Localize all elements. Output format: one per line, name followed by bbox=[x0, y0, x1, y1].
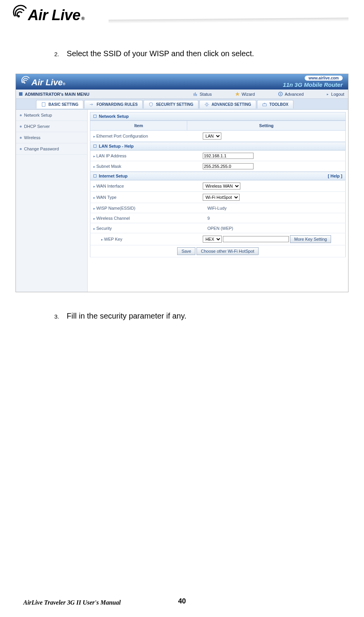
nav-wizard[interactable]: Wizard bbox=[235, 91, 255, 97]
section-icon bbox=[93, 174, 97, 178]
logo-text: Air Live bbox=[28, 7, 80, 24]
row-wanif-label: WAN Interface bbox=[90, 181, 187, 192]
router-tagline: 11n 3G Mobile Router bbox=[283, 81, 343, 88]
wepkey-type-select[interactable]: HEX bbox=[203, 236, 222, 243]
admin-menu-bar: ADMINISTRATOR's MAIN MENU Status Wizard … bbox=[16, 90, 348, 99]
choose-hotspot-button[interactable]: Choose other Wi-Fi HotSpot bbox=[197, 247, 259, 255]
section-network-setup: Network Setup bbox=[90, 112, 346, 121]
status-icon bbox=[193, 91, 198, 97]
tab-basic-setting[interactable]: BASIC SETTING bbox=[36, 100, 83, 109]
instruction-2-text: Select the SSID of your WISP and then cl… bbox=[67, 49, 254, 58]
section-icon bbox=[93, 145, 97, 148]
svg-rect-3 bbox=[195, 92, 196, 96]
bullet-icon bbox=[20, 137, 22, 139]
section-lan-setup: LAN Setup - Help bbox=[90, 142, 346, 150]
eth-port-select[interactable]: LAN bbox=[203, 133, 221, 140]
lan-table: LAN IP Address Subnet Mask bbox=[90, 150, 346, 172]
row-eth-label: Ethernet Port Configuration bbox=[90, 131, 187, 142]
tab-toolbox[interactable]: TOOLBOX bbox=[257, 100, 293, 109]
wifi-arc-icon bbox=[21, 76, 30, 88]
section-internet-setup: Internet Setup [ Help ] bbox=[90, 172, 346, 180]
menu-bullet-icon bbox=[19, 92, 22, 96]
sidebar-item-dhcp[interactable]: DHCP Server bbox=[16, 121, 87, 132]
manual-title: AirLive Traveler 3G II User's Manual bbox=[23, 599, 121, 606]
advanced-icon bbox=[278, 91, 283, 97]
tab-forwarding[interactable]: FORWARDING RULES bbox=[84, 100, 143, 109]
sidebar-item-change-password[interactable]: Change Password bbox=[16, 143, 87, 155]
row-security-value: OPEN (WEP) bbox=[187, 223, 346, 233]
save-button[interactable]: Save bbox=[177, 247, 195, 255]
tab-advanced-setting[interactable]: ADVANCED SETTING bbox=[199, 100, 256, 109]
bullet-icon bbox=[20, 114, 22, 116]
page-header: Air Live ® bbox=[0, 0, 364, 26]
nav-logout[interactable]: ▸ Logout bbox=[327, 92, 344, 97]
chevron-right-icon: ▸ bbox=[327, 92, 329, 96]
tab-security[interactable]: SECURITY SETTING bbox=[143, 100, 198, 109]
instruction-3-text: Fill in the security parameter if any. bbox=[67, 312, 186, 320]
lan-ip-input[interactable] bbox=[203, 153, 254, 159]
admin-menu-title: ADMINISTRATOR's MAIN MENU bbox=[25, 92, 90, 97]
wan-interface-select[interactable]: Wireless WAN bbox=[203, 183, 240, 190]
svg-rect-4 bbox=[196, 94, 197, 96]
bullet-icon bbox=[20, 148, 22, 150]
svg-point-7 bbox=[280, 93, 281, 95]
subnet-input[interactable] bbox=[203, 163, 254, 169]
row-wepkey-label: WEP Key bbox=[90, 233, 187, 245]
router-brand-text: Air Live bbox=[31, 78, 63, 88]
router-ui-screenshot: Air Live ® www.airlive.com 11n 3G Mobile… bbox=[16, 74, 348, 292]
svg-point-0 bbox=[17, 15, 20, 17]
row-channel-value: 9 bbox=[187, 213, 346, 223]
nav-status[interactable]: Status bbox=[193, 91, 212, 97]
help-link[interactable]: [ Help ] bbox=[328, 174, 342, 178]
sidebar: Network Setup DHCP Server Wireless Chang… bbox=[16, 110, 88, 292]
instruction-3: 3. Fill in the security parameter if any… bbox=[0, 312, 364, 321]
sidebar-item-network-setup[interactable]: Network Setup bbox=[16, 110, 87, 121]
network-table: Item Setting Ethernet Port Configuration… bbox=[90, 121, 346, 142]
logo-trademark: ® bbox=[81, 16, 84, 21]
sidebar-item-wireless[interactable]: Wireless bbox=[16, 132, 87, 143]
shield-icon bbox=[148, 102, 154, 107]
row-wisp-label: WISP Name(ESSID) bbox=[90, 203, 187, 213]
toolbox-icon bbox=[262, 102, 267, 107]
more-key-button[interactable]: More Key Setting bbox=[290, 235, 331, 243]
internet-table: WAN Interface Wireless WAN WAN Type Wi-F… bbox=[90, 180, 346, 257]
instruction-3-number: 3. bbox=[54, 313, 59, 320]
forward-icon bbox=[89, 102, 94, 107]
gear-icon bbox=[204, 102, 209, 107]
instruction-2-number: 2. bbox=[54, 51, 59, 57]
doc-icon bbox=[41, 102, 46, 107]
instruction-2: 2. Select the SSID of your WISP and then… bbox=[0, 49, 364, 58]
col-item: Item bbox=[90, 121, 187, 131]
bullet-icon bbox=[20, 126, 22, 128]
router-brand-logo: Air Live ® bbox=[21, 76, 65, 88]
router-url-pill[interactable]: www.airlive.com bbox=[305, 76, 343, 81]
svg-point-9 bbox=[206, 103, 208, 105]
main-panel: Network Setup Item Setting Ethernet Port… bbox=[88, 110, 348, 292]
svg-marker-5 bbox=[235, 92, 240, 96]
section-icon bbox=[93, 115, 97, 118]
row-channel-label: Wireless Channel bbox=[90, 213, 187, 223]
wepkey-input[interactable] bbox=[223, 236, 289, 242]
wan-type-select[interactable]: Wi-Fi HotSpot bbox=[203, 194, 240, 201]
wifi-arc-icon bbox=[12, 5, 27, 24]
col-setting: Setting bbox=[187, 121, 346, 131]
router-brand-tm: ® bbox=[63, 82, 66, 86]
row-lanip-label: LAN IP Address bbox=[90, 151, 187, 161]
row-wantype-label: WAN Type bbox=[90, 192, 187, 203]
wizard-icon bbox=[235, 91, 240, 97]
svg-rect-8 bbox=[42, 102, 45, 106]
router-top-banner: Air Live ® www.airlive.com 11n 3G Mobile… bbox=[16, 74, 348, 90]
row-wisp-value: WiFi-Ludy bbox=[187, 203, 346, 213]
svg-point-1 bbox=[24, 82, 26, 84]
nav-advanced[interactable]: Advanced bbox=[278, 91, 304, 97]
row-subnet-label: Subnet Mask bbox=[90, 161, 187, 172]
svg-rect-10 bbox=[262, 103, 266, 106]
row-security-label: Security bbox=[90, 223, 187, 233]
svg-rect-2 bbox=[194, 93, 195, 96]
tab-bar: BASIC SETTING FORWARDING RULES SECURITY … bbox=[16, 99, 348, 110]
